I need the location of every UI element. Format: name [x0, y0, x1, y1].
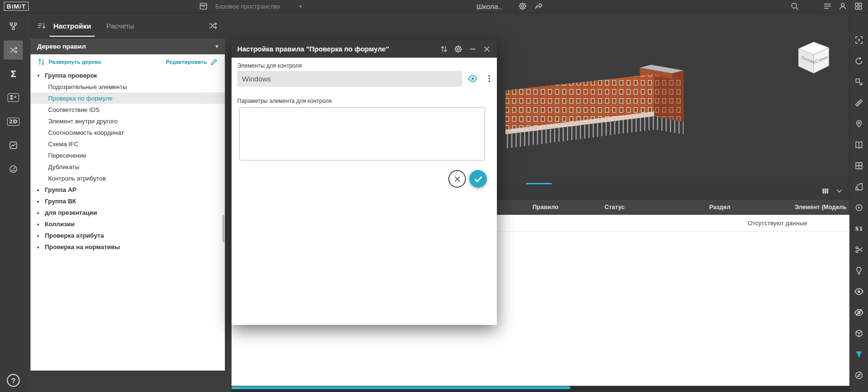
column-header-status[interactable]: Статус	[605, 204, 625, 211]
minimize-icon[interactable]	[468, 45, 477, 53]
dialog-settings-gear-icon[interactable]	[454, 45, 463, 53]
tree-header-caret-down-icon[interactable]: ▾	[215, 43, 218, 50]
tree-item[interactable]: ▸Группа ВК	[30, 195, 225, 207]
expand-twisty-icon[interactable]: ▸	[37, 233, 44, 238]
workspace-selector[interactable]: Базовое пространство	[215, 3, 280, 10]
tool-ruler-button[interactable]	[852, 96, 866, 110]
workspace-caret-down-icon[interactable]: ▾	[299, 3, 302, 10]
collapse-panel-chevron-down-icon[interactable]	[835, 187, 844, 195]
tool-view-2d-button[interactable]: 2D	[4, 112, 23, 131]
tree-item[interactable]: Подозрительные элементы	[30, 81, 225, 92]
workspace-archive-icon[interactable]	[199, 2, 208, 10]
tool-capture-region-button[interactable]	[852, 33, 866, 47]
tool-grid-table-button[interactable]	[852, 159, 866, 173]
tree-item[interactable]: ▾Группа проверок	[30, 70, 225, 81]
tree-item[interactable]: ▸Проверка атрибута	[30, 230, 225, 241]
rules-tree-header[interactable]: Дерево правил ▾	[30, 39, 225, 54]
column-header-element[interactable]: Элемент (Модель	[795, 204, 847, 211]
tool-filter-button[interactable]	[852, 347, 866, 362]
panel-scrollbar-thumb[interactable]	[222, 215, 224, 242]
tool-sheets-button[interactable]	[852, 138, 866, 152]
collapse-twisty-icon[interactable]: ▾	[37, 73, 44, 78]
column-header-section[interactable]: Раздел	[709, 204, 730, 211]
cancel-x-icon	[453, 175, 462, 183]
help-button[interactable]: ?	[7, 374, 20, 387]
expand-tree-link[interactable]: Развернуть дерево	[37, 58, 101, 66]
tool-hide-element-button[interactable]	[852, 305, 866, 320]
tree-item[interactable]: Проверка по формуле	[30, 92, 225, 104]
horizontal-scrollbar-thumb[interactable]	[232, 386, 570, 389]
expand-twisty-icon[interactable]: ▸	[37, 199, 44, 204]
close-icon[interactable]	[483, 45, 491, 53]
pencil-icon	[210, 58, 218, 66]
expand-twisty-icon[interactable]: ▸	[37, 187, 44, 192]
tool-move-element-button[interactable]	[852, 75, 866, 89]
dialog-title-bar[interactable]: Настройка правила "Проверка по формуле"	[232, 40, 497, 58]
tree-item[interactable]: ▸Группа АР	[30, 184, 225, 195]
tree-item-label: Группа ВК	[45, 198, 76, 205]
confirm-button[interactable]	[469, 170, 487, 188]
tool-placemark-pin-button[interactable]	[852, 117, 866, 131]
tool-placemark-button[interactable]	[852, 201, 866, 215]
more-options-dots-icon[interactable]	[485, 74, 494, 83]
tool-rules-button[interactable]	[4, 40, 23, 60]
building-3d-model[interactable]	[497, 60, 697, 165]
edit-tree-link[interactable]: Редактировать	[166, 58, 218, 66]
sort-lines-icon[interactable]	[37, 21, 46, 30]
tool-cube-3d-button[interactable]	[852, 326, 866, 341]
tool-orbit-rotate-button[interactable]	[852, 54, 866, 68]
tool-navigation-compass-button[interactable]	[852, 368, 866, 382]
tool-chart-button[interactable]	[4, 136, 23, 155]
tool-minimap-button[interactable]	[852, 180, 866, 194]
column-header-rule[interactable]: Правило	[533, 204, 558, 211]
check-icon	[474, 174, 483, 184]
tree-item[interactable]: ▸для презентации	[30, 207, 225, 218]
tree-item-label: Подозрительные элементы	[48, 83, 127, 90]
element-params-box[interactable]	[239, 107, 485, 161]
tree-item[interactable]: Пересечение	[30, 150, 225, 161]
tool-sum-plus-button[interactable]: Σ+	[4, 88, 23, 107]
tool-clip-button[interactable]	[852, 242, 866, 257]
tree-item[interactable]: Дубликаты	[30, 161, 225, 172]
tree-item[interactable]: Схема IFC	[30, 138, 225, 150]
tree-item[interactable]: Элемент внутри другого	[30, 115, 225, 127]
project-settings-icon[interactable]	[518, 2, 527, 10]
tool-s1-tool-button[interactable]: S1	[852, 221, 866, 236]
tree-item[interactable]: Соотносимость координат	[30, 127, 225, 138]
horizontal-scrollbar[interactable]	[232, 386, 849, 392]
apps-grid-icon[interactable]	[854, 2, 863, 10]
share-icon[interactable]	[535, 2, 543, 10]
tree-item[interactable]: ▸Проверка на нормативы	[30, 241, 225, 252]
rule-settings-dialog: Настройка правила "Проверка по формуле" …	[232, 40, 497, 325]
navigation-cube[interactable]: Основа Схема	[794, 37, 834, 76]
eye-icon[interactable]	[468, 74, 477, 83]
expand-twisty-icon[interactable]: ▸	[37, 244, 44, 250]
gauge-icon	[9, 165, 18, 173]
tab-settings[interactable]: Настройки	[46, 13, 99, 39]
expand-twisty-icon[interactable]: ▸	[37, 221, 44, 227]
list-menu-icon[interactable]	[823, 2, 832, 10]
tree-item-label: Проверка по формуле	[48, 95, 112, 102]
elements-for-control-input[interactable]	[237, 71, 462, 87]
sort-vertical-icon[interactable]	[440, 45, 448, 53]
tool-model-tree-button[interactable]	[4, 17, 23, 36]
tree-item-label: Схема IFC	[48, 141, 79, 148]
tool-spotlight-button[interactable]	[852, 263, 866, 278]
expand-twisty-icon[interactable]: ▸	[37, 210, 44, 215]
tool-sum-button[interactable]: Σ	[4, 64, 23, 83]
tab-calculations[interactable]: Расчеты	[99, 13, 142, 39]
search-icon[interactable]	[790, 2, 799, 10]
right-toolbar: S1	[849, 13, 868, 392]
tool-show-element-button[interactable]	[852, 284, 866, 299]
tree-item[interactable]: Соответствие IDS	[30, 104, 225, 115]
cancel-button[interactable]	[448, 170, 466, 188]
tree-item[interactable]: ▸Коллизии	[30, 218, 225, 230]
tool-gauge-button[interactable]	[4, 160, 23, 179]
tree-item[interactable]: Контроль атрибутов	[30, 172, 225, 184]
model-tree-icon	[9, 22, 18, 30]
columns-icon[interactable]	[821, 187, 829, 195]
rules-shuffle-icon[interactable]	[209, 21, 217, 30]
expand-vertical-icon	[37, 58, 46, 66]
user-icon[interactable]	[838, 2, 847, 10]
tree-item-label: Пересечение	[48, 152, 86, 159]
